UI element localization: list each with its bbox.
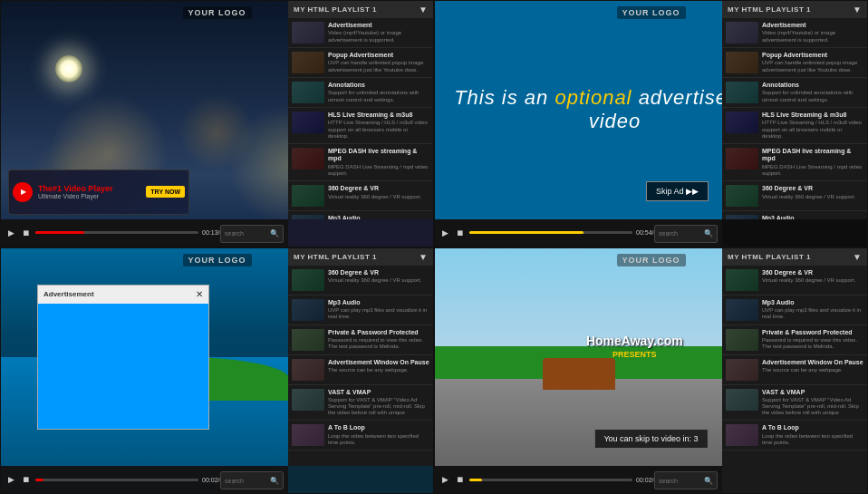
- playlist-item-desc: Support for unlimited annotations with u…: [328, 90, 429, 102]
- playlist-item-desc: Video (mp4/Youtube) or image advertiseme…: [762, 30, 863, 43]
- playlist-arrow-br[interactable]: ▼: [853, 252, 862, 262]
- playlist-item-desc: HTTP Live Streaming / HLS / m3u8 video s…: [762, 120, 863, 140]
- search-box-bl[interactable]: 🔍: [220, 471, 284, 489]
- playlist-thumb: [726, 215, 758, 218]
- playlist-item-title: Popup Advertisement: [328, 52, 429, 59]
- playlist-item-title: A To B Loop: [328, 424, 429, 431]
- playlist-thumb: [292, 148, 324, 170]
- playlist-item-5[interactable]: 360 Degree & VR Virtual reality 360 degr…: [722, 181, 867, 211]
- playlist-item-desc: Loop the video between two specified tim…: [328, 433, 429, 446]
- playlist-item-info: A To B Loop Loop the video between two s…: [762, 424, 863, 446]
- playlist-arrow-tl[interactable]: ▼: [419, 5, 428, 15]
- playlist-item-info: Mp3 Audio UVP can play mp3 files and vis…: [762, 299, 863, 321]
- playlist-item-4[interactable]: MPEG DASH live streaming & mpd MPEG DASH…: [288, 144, 433, 181]
- ad-banner-tl[interactable]: The#1 Video Player Ultimate Video Player…: [8, 170, 189, 215]
- playlist-item-5[interactable]: A To B Loop Loop the video between two s…: [722, 421, 867, 450]
- playlist-item-title: 360 Degree & VR: [328, 185, 429, 192]
- playlist-item-3[interactable]: Advertisement Window On Pause The source…: [288, 355, 433, 385]
- search-input-tr[interactable]: [659, 230, 704, 237]
- playlist-item-0[interactable]: 360 Degree & VR Virtual reality 360 degr…: [288, 266, 433, 295]
- ad-banner-cta[interactable]: TRY NOW: [146, 186, 185, 198]
- ad-banner-rest: Video Player: [62, 184, 112, 193]
- playlist-item-title: HLS Live Streaming & m3u8: [328, 111, 429, 119]
- playlist-item-2[interactable]: Private & Password Protected Password is…: [288, 325, 433, 355]
- playlist-item-info: Mp3 Audio UVP can play mp3 files and vis…: [328, 215, 429, 218]
- playlist-item-3[interactable]: HLS Live Streaming & m3u8 HTTP Live Stre…: [288, 108, 433, 144]
- stop-btn-bl[interactable]: ⏹: [20, 473, 32, 486]
- playlist-item-desc: Virtual reality 360 degree / VR support.: [762, 194, 863, 200]
- playlist-item-desc: Support for VAST & VMAP "Video Ad Servin…: [328, 397, 429, 417]
- playlist-items-br: 360 Degree & VR Virtual reality 360 degr…: [722, 266, 867, 451]
- player-cell-bottom-left: YOUR LOGO Advertisement ✕ MY HTML PLAYLI…: [0, 247, 434, 495]
- playlist-item-desc: Password is required to view this video.…: [328, 337, 429, 350]
- playlist-item-2[interactable]: Annotations Support for unlimited annota…: [722, 78, 867, 108]
- playlist-title-bl: MY HTML PLAYLIST 1: [294, 253, 377, 261]
- playlist-item-info: Private & Password Protected Password is…: [328, 329, 429, 351]
- playlist-thumb: [726, 52, 758, 73]
- playlist-item-1[interactable]: Popup Advertisement UVP can handle unlim…: [722, 48, 867, 78]
- playlist-item-1[interactable]: Popup Advertisement UVP can handle unlim…: [288, 48, 433, 78]
- playlist-item-title: A To B Loop: [762, 424, 863, 431]
- playlist-item-1[interactable]: Mp3 Audio UVP can play mp3 files and vis…: [722, 295, 867, 325]
- playlist-thumb: [292, 82, 324, 103]
- play-btn-bl[interactable]: ▶: [6, 473, 16, 486]
- playlist-items-tl: Advertisement Video (mp4/Youtube) or ima…: [288, 18, 433, 219]
- playlist-item-1[interactable]: Mp3 Audio UVP can play mp3 files and vis…: [288, 295, 433, 325]
- playlist-item-title: Advertisement: [762, 22, 863, 29]
- playlist-thumb: [726, 185, 758, 207]
- search-box-br[interactable]: 🔍: [654, 471, 718, 489]
- playlist-item-4[interactable]: VAST & VMAP Support for VAST & VMAP "Vid…: [722, 385, 867, 421]
- search-box-tr[interactable]: 🔍: [654, 225, 718, 243]
- playlist-item-desc: UVP can handle unlimited popup image adv…: [328, 60, 429, 73]
- playlist-item-desc: HTTP Live Streaming / HLS / m3u8 video s…: [328, 120, 429, 140]
- playlist-thumb: [726, 22, 758, 44]
- playlist-item-3[interactable]: Advertisement Window On Pause The source…: [722, 355, 867, 385]
- search-input-tl[interactable]: [225, 230, 270, 237]
- skip-ad-btn-tr[interactable]: Skip Ad ▶▶: [646, 181, 709, 201]
- playlist-item-3[interactable]: HLS Live Streaming & m3u8 HTTP Live Stre…: [722, 108, 867, 144]
- playlist-item-title: Mp3 Audio: [328, 215, 429, 218]
- search-input-bl[interactable]: [225, 478, 270, 484]
- progress-tl[interactable]: [35, 231, 198, 234]
- playlist-item-4[interactable]: VAST & VMAP Support for VAST & VMAP "Vid…: [288, 385, 433, 421]
- playlist-item-info: 360 Degree & VR Virtual reality 360 degr…: [762, 269, 863, 285]
- playlist-item-5[interactable]: A To B Loop Loop the video between two s…: [288, 421, 433, 450]
- playlist-thumb: [726, 111, 758, 133]
- playlist-item-title: Annotations: [328, 82, 429, 89]
- search-input-br[interactable]: [659, 478, 704, 484]
- stop-btn-tr[interactable]: ⏹: [454, 227, 466, 239]
- playlist-arrow-bl[interactable]: ▼: [419, 252, 428, 262]
- homeaway-title: HomeAway.com: [586, 334, 683, 348]
- playlist-item-6[interactable]: Mp3 Audio UVP can play mp3 files and vis…: [288, 211, 433, 218]
- search-box-tl[interactable]: 🔍: [220, 225, 284, 243]
- playlist-item-title: 360 Degree & VR: [762, 269, 863, 276]
- playlist-item-0[interactable]: Advertisement Video (mp4/Youtube) or ima…: [722, 18, 867, 48]
- ad-popup-close-btn[interactable]: ✕: [196, 289, 203, 299]
- play-btn-tr[interactable]: ▶: [440, 227, 450, 239]
- playlist-item-0[interactable]: 360 Degree & VR Virtual reality 360 degr…: [722, 266, 867, 295]
- playlist-thumb: [726, 359, 758, 381]
- stop-btn-tl[interactable]: ⏹: [20, 227, 32, 239]
- playlist-item-0[interactable]: Advertisement Video (mp4/Youtube) or ima…: [288, 18, 433, 48]
- playlist-item-info: 360 Degree & VR Virtual reality 360 degr…: [762, 185, 863, 200]
- play-btn-br[interactable]: ▶: [440, 473, 450, 486]
- stop-btn-br[interactable]: ⏹: [454, 473, 466, 486]
- playlist-item-2[interactable]: Private & Password Protected Password is…: [722, 325, 867, 355]
- playlist-item-4[interactable]: MPEG DASH live streaming & mpd MPEG DASH…: [722, 144, 867, 181]
- playlist-item-info: VAST & VMAP Support for VAST & VMAP "Vid…: [762, 389, 863, 417]
- player-cell-top-left: YOUR LOGO The#1 Video Player Ultimate Vi…: [0, 0, 434, 247]
- player-cell-top-right: This is an optional advertisement video …: [434, 0, 868, 247]
- logo-br: YOUR LOGO: [616, 254, 685, 266]
- progress-bl[interactable]: [35, 479, 198, 481]
- playlist-item-title: Private & Password Protected: [762, 329, 863, 336]
- play-btn-tl[interactable]: ▶: [6, 227, 16, 239]
- progress-tr[interactable]: [469, 231, 632, 234]
- playlist-arrow-tr[interactable]: ▼: [853, 5, 862, 15]
- playlist-item-5[interactable]: 360 Degree & VR Virtual reality 360 degr…: [288, 181, 433, 211]
- ad-text-pre: This is an: [454, 86, 555, 109]
- progress-br[interactable]: [469, 479, 632, 481]
- playlist-item-6[interactable]: Mp3 Audio UVP can play mp3 files and vis…: [722, 211, 867, 218]
- ad-play-icon[interactable]: [13, 182, 33, 202]
- playlist-item-info: Mp3 Audio UVP can play mp3 files and vis…: [328, 299, 429, 321]
- playlist-item-2[interactable]: Annotations Support for unlimited annota…: [288, 78, 433, 108]
